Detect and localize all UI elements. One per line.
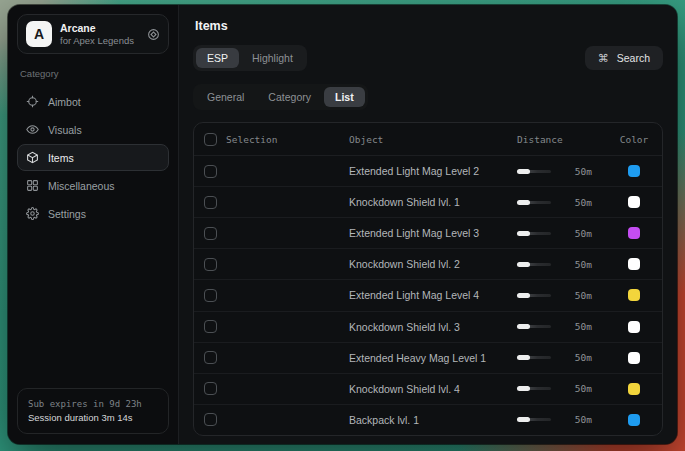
object-name: Knockdown Shield lvl. 3 bbox=[349, 321, 517, 333]
grid-icon bbox=[26, 179, 39, 192]
distance-value: 50m bbox=[564, 321, 592, 332]
table-row: Backpack lvl. 1 50m bbox=[194, 404, 662, 435]
slider-thumb[interactable] bbox=[517, 293, 530, 298]
slider-thumb[interactable] bbox=[517, 386, 530, 391]
column-header-selection: Selection bbox=[226, 134, 277, 145]
brand-title: Arcane bbox=[60, 22, 139, 35]
color-swatch[interactable] bbox=[628, 321, 640, 333]
color-swatch[interactable] bbox=[628, 258, 640, 270]
sidebar-item-aimbot[interactable]: Aimbot bbox=[17, 88, 169, 115]
distance-value: 50m bbox=[564, 383, 592, 394]
tab-general[interactable]: General bbox=[196, 87, 255, 107]
gear-icon bbox=[26, 207, 39, 220]
table-row: Knockdown Shield lvl. 1 50m bbox=[194, 186, 662, 217]
sidebar: A Arcane for Apex Legends Category Aimbo… bbox=[8, 5, 179, 444]
distance-value: 50m bbox=[564, 166, 592, 177]
box-icon bbox=[26, 151, 39, 164]
distance-slider[interactable] bbox=[517, 321, 551, 333]
distance-value: 50m bbox=[564, 259, 592, 270]
sidebar-item-visuals[interactable]: Visuals bbox=[17, 116, 169, 143]
object-name: Knockdown Shield lvl. 2 bbox=[349, 258, 517, 270]
object-name: Knockdown Shield lvl. 4 bbox=[349, 383, 517, 395]
sidebar-item-settings[interactable]: Settings bbox=[17, 200, 169, 227]
slider-thumb[interactable] bbox=[517, 262, 530, 267]
row-checkbox[interactable] bbox=[204, 351, 217, 364]
color-swatch[interactable] bbox=[628, 165, 640, 177]
distance-slider[interactable] bbox=[517, 258, 551, 270]
object-name: Extended Light Mag Level 2 bbox=[349, 165, 517, 177]
sidebar-item-label: Visuals bbox=[48, 124, 82, 136]
sidebar-item-label: Settings bbox=[48, 208, 86, 220]
object-name: Extended Light Mag Level 4 bbox=[349, 289, 517, 301]
items-table: Selection Object Distance Color Extended… bbox=[193, 122, 663, 436]
sidebar-section-label: Category bbox=[20, 68, 169, 79]
distance-slider[interactable] bbox=[517, 352, 551, 364]
tab-category[interactable]: Category bbox=[257, 87, 322, 107]
table-row: Knockdown Shield lvl. 3 50m bbox=[194, 311, 662, 342]
view-tabs: General Category List bbox=[193, 84, 368, 110]
row-checkbox[interactable] bbox=[204, 258, 217, 271]
row-checkbox[interactable] bbox=[204, 196, 217, 209]
object-name: Extended Heavy Mag Level 1 bbox=[349, 352, 517, 364]
distance-slider[interactable] bbox=[517, 289, 551, 301]
sub-expiry-text: Sub expires in 9d 23h bbox=[28, 397, 158, 411]
sidebar-item-label: Miscellaneous bbox=[48, 180, 115, 192]
distance-value: 50m bbox=[564, 352, 592, 363]
sidebar-item-items[interactable]: Items bbox=[17, 144, 169, 171]
table-row: Extended Heavy Mag Level 1 50m bbox=[194, 342, 662, 373]
mode-tabs: ESP Highlight bbox=[193, 45, 307, 71]
page-title: Items bbox=[195, 19, 663, 33]
color-swatch[interactable] bbox=[628, 196, 640, 208]
table-body: Extended Light Mag Level 2 50m Knockdown… bbox=[194, 156, 662, 435]
slider-thumb[interactable] bbox=[517, 355, 530, 360]
sidebar-nav: Aimbot Visuals Items Miscellaneous Setti… bbox=[17, 88, 169, 227]
row-checkbox[interactable] bbox=[204, 413, 217, 426]
object-name: Knockdown Shield lvl. 1 bbox=[349, 196, 517, 208]
table-row: Knockdown Shield lvl. 2 50m bbox=[194, 248, 662, 279]
session-duration-text: Session duration 3m 14s bbox=[28, 411, 158, 425]
distance-slider[interactable] bbox=[517, 165, 551, 177]
session-info-card: Sub expires in 9d 23h Session duration 3… bbox=[17, 388, 169, 434]
diamond-badge-icon bbox=[147, 28, 160, 41]
column-header-object: Object bbox=[349, 134, 517, 145]
slider-thumb[interactable] bbox=[517, 169, 530, 174]
table-header: Selection Object Distance Color bbox=[194, 123, 662, 156]
row-checkbox[interactable] bbox=[204, 320, 217, 333]
color-swatch[interactable] bbox=[628, 383, 640, 395]
distance-slider[interactable] bbox=[517, 227, 551, 239]
column-header-distance: Distance bbox=[517, 134, 606, 145]
color-swatch[interactable] bbox=[628, 227, 640, 239]
tab-esp[interactable]: ESP bbox=[196, 48, 239, 68]
row-checkbox[interactable] bbox=[204, 165, 217, 178]
row-checkbox[interactable] bbox=[204, 289, 217, 302]
search-button[interactable]: ⌘ Search bbox=[585, 46, 663, 70]
slider-thumb[interactable] bbox=[517, 200, 530, 205]
distance-value: 50m bbox=[564, 414, 592, 425]
crosshair-icon bbox=[26, 95, 39, 108]
object-name: Extended Light Mag Level 3 bbox=[349, 227, 517, 239]
brand-card: A Arcane for Apex Legends bbox=[17, 14, 169, 54]
row-checkbox[interactable] bbox=[204, 227, 217, 240]
slider-thumb[interactable] bbox=[517, 231, 530, 236]
select-all-checkbox[interactable] bbox=[204, 133, 217, 146]
brand-logo: A bbox=[26, 21, 52, 47]
tab-list[interactable]: List bbox=[324, 87, 365, 107]
eye-icon bbox=[26, 123, 39, 136]
slider-thumb[interactable] bbox=[517, 417, 530, 422]
distance-slider[interactable] bbox=[517, 196, 551, 208]
brand-subtitle: for Apex Legends bbox=[60, 35, 139, 47]
sidebar-item-miscellaneous[interactable]: Miscellaneous bbox=[17, 172, 169, 199]
tab-highlight[interactable]: Highlight bbox=[241, 48, 304, 68]
table-row: Extended Light Mag Level 2 50m bbox=[194, 156, 662, 186]
object-name: Backpack lvl. 1 bbox=[349, 414, 517, 426]
row-checkbox[interactable] bbox=[204, 382, 217, 395]
color-swatch[interactable] bbox=[628, 289, 640, 301]
table-row: Extended Light Mag Level 4 50m bbox=[194, 279, 662, 310]
color-swatch[interactable] bbox=[628, 352, 640, 364]
sidebar-item-label: Aimbot bbox=[48, 96, 81, 108]
column-header-color: Color bbox=[606, 134, 662, 145]
distance-slider[interactable] bbox=[517, 414, 551, 426]
slider-thumb[interactable] bbox=[517, 324, 530, 329]
color-swatch[interactable] bbox=[628, 414, 640, 426]
distance-slider[interactable] bbox=[517, 383, 551, 395]
